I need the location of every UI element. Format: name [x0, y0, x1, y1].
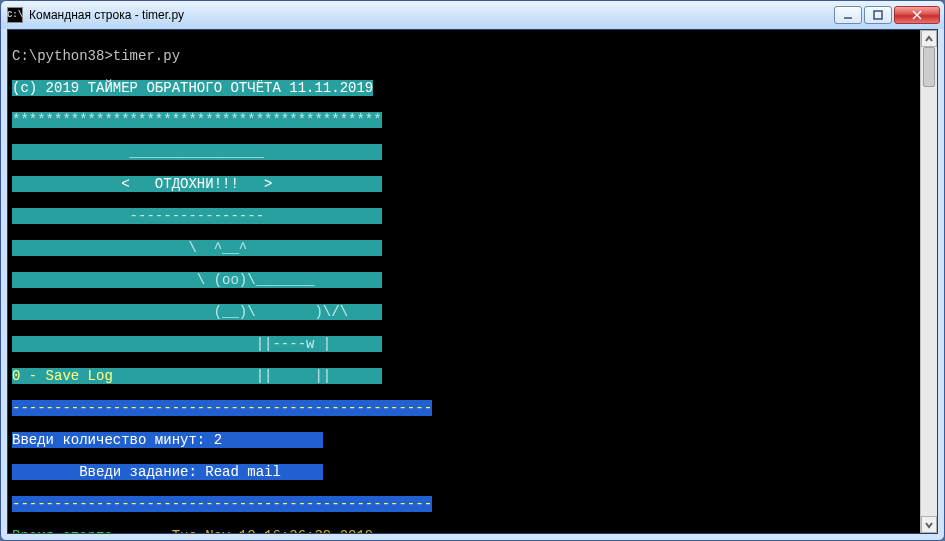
pad	[281, 464, 323, 480]
ascii-art-rest-message: < ОТДОХНИ!!! >	[12, 176, 382, 192]
separator-line: ----------------------------------------…	[12, 496, 432, 512]
pad	[113, 528, 172, 534]
start-time-label: Время старта	[12, 528, 113, 534]
minimize-button[interactable]	[834, 6, 862, 24]
ascii-art-line: (__)\ )\/\	[12, 304, 382, 320]
pad	[222, 432, 323, 448]
input-task-label: Введи задание:	[12, 464, 205, 480]
prompt-line: C:\python38>timer.py	[12, 48, 920, 64]
terminal-output[interactable]: C:\python38>timer.py (c) 2019 ТАЙМЕР ОБР…	[8, 30, 920, 533]
scroll-down-button[interactable]	[921, 516, 937, 533]
svg-rect-1	[874, 11, 882, 19]
save-log-option: 0 - Save Log	[12, 368, 113, 384]
ascii-art-line: ----------------	[12, 208, 382, 224]
ascii-art-line: \ ^__^	[12, 240, 382, 256]
separator-line: ----------------------------------------…	[12, 400, 432, 416]
banner-copyright: (c) 2019 ТАЙМЕР ОБРАТНОГО ОТЧЁТА 11.11.2…	[12, 80, 373, 96]
ascii-art-line: ||----w |	[12, 336, 382, 352]
cmd-icon: C:\	[7, 7, 23, 23]
start-time-value: Tue Nov 12 16:36:39 2019	[172, 528, 374, 534]
input-task-value: Read mail	[205, 464, 281, 480]
scroll-thumb[interactable]	[923, 47, 935, 87]
titlebar[interactable]: C:\ Командная строка - timer.py	[1, 1, 944, 29]
input-minutes-value: 2	[214, 432, 222, 448]
terminal-client: C:\python38>timer.py (c) 2019 ТАЙМЕР ОБР…	[7, 29, 938, 534]
ascii-art-line	[113, 368, 147, 384]
close-button[interactable]	[894, 6, 940, 24]
banner-stars: ****************************************…	[12, 112, 382, 128]
scroll-up-button[interactable]	[921, 30, 937, 47]
window-controls	[834, 6, 940, 24]
window-title: Командная строка - timer.py	[29, 8, 834, 22]
input-minutes-label: Введи количество минут:	[12, 432, 214, 448]
ascii-art-line: || ||	[146, 368, 381, 384]
maximize-button[interactable]	[864, 6, 892, 24]
ascii-art-line: \ (oo)\_______	[12, 272, 382, 288]
window-frame: C:\ Командная строка - timer.py C:\pytho…	[0, 0, 945, 541]
scroll-track[interactable]	[921, 47, 937, 516]
ascii-art-line: ________________	[12, 144, 382, 160]
vertical-scrollbar[interactable]	[920, 30, 937, 533]
